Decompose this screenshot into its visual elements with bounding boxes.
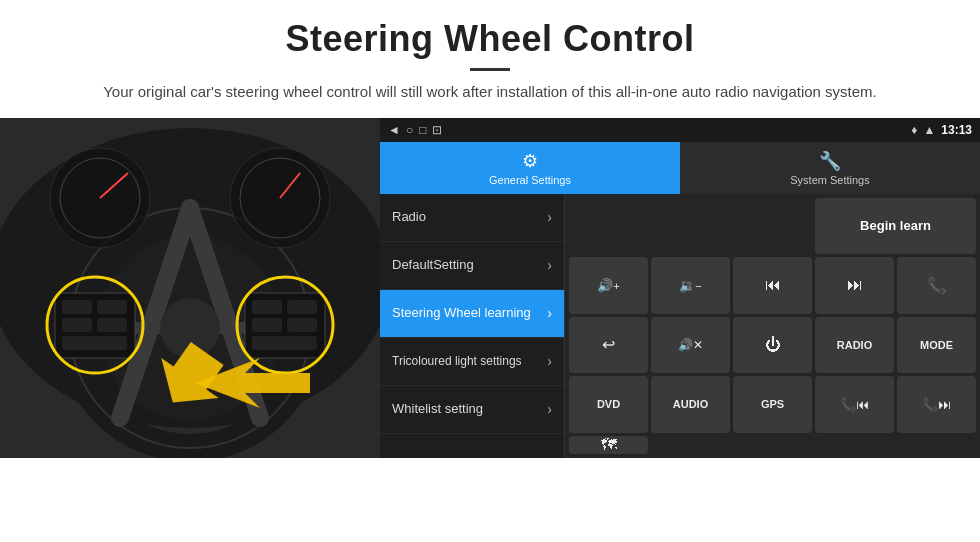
- mode-label: MODE: [920, 339, 953, 351]
- recents-icon[interactable]: □: [419, 123, 426, 137]
- next-track-icon: ⏭: [847, 276, 863, 294]
- button-grid: Begin learn 🔊+ 🔉− ⏮ ⏭ 📞: [565, 194, 980, 458]
- menu-item-tricoloured[interactable]: Tricoloured light settings ›: [380, 338, 564, 386]
- svg-rect-19: [287, 318, 317, 332]
- home-icon[interactable]: ○: [406, 123, 413, 137]
- chevron-icon: ›: [547, 257, 552, 273]
- gps-button[interactable]: GPS: [733, 376, 812, 433]
- hang-up-icon: ↩: [602, 335, 615, 354]
- page-header: Steering Wheel Control Your original car…: [0, 0, 980, 118]
- power-icon: ⏻: [765, 336, 781, 354]
- menu-item-radio-label: Radio: [392, 209, 426, 225]
- svg-rect-18: [252, 318, 282, 332]
- tab-system-label: System Settings: [790, 174, 869, 186]
- empty-g4: [815, 436, 894, 454]
- svg-rect-16: [252, 300, 282, 314]
- dvd-label: DVD: [597, 398, 620, 410]
- menu-list: Radio › DefaultSetting › Steering Wheel …: [380, 194, 565, 458]
- menu-item-steering-wheel[interactable]: Steering Wheel learning ›: [380, 290, 564, 338]
- android-panel: ◄ ○ □ ⊡ ♦ ▲ 13:13 ⚙ General Settings 🔧 S…: [380, 118, 980, 458]
- menu-item-steering-label: Steering Wheel learning: [392, 305, 531, 321]
- menu-item-default-setting[interactable]: DefaultSetting ›: [380, 242, 564, 290]
- menu-item-tricoloured-label: Tricoloured light settings: [392, 354, 522, 368]
- radio-label: RADIO: [837, 339, 872, 351]
- vol-up-icon: 🔊+: [597, 278, 619, 293]
- empty-g2: [651, 436, 730, 454]
- chevron-icon: ›: [547, 305, 552, 321]
- empty-slot-1: [569, 198, 648, 255]
- phone-answer-button[interactable]: 📞: [897, 257, 976, 314]
- svg-rect-10: [62, 300, 92, 314]
- audio-button[interactable]: AUDIO: [651, 376, 730, 433]
- svg-rect-17: [287, 300, 317, 314]
- system-settings-icon: 🔧: [819, 150, 841, 172]
- menu-item-radio[interactable]: Radio ›: [380, 194, 564, 242]
- mode-button[interactable]: MODE: [897, 317, 976, 374]
- chevron-icon: ›: [547, 353, 552, 369]
- empty-slot-3: [733, 198, 812, 255]
- tel-prev-button[interactable]: 📞⏮: [815, 376, 894, 433]
- map-button[interactable]: 🗺: [569, 436, 648, 454]
- back-icon[interactable]: ◄: [388, 123, 400, 137]
- mute-button[interactable]: 🔊✕: [651, 317, 730, 374]
- chevron-icon: ›: [547, 401, 552, 417]
- chevron-icon: ›: [547, 209, 552, 225]
- power-button[interactable]: ⏻: [733, 317, 812, 374]
- wifi-icon: ▲: [923, 123, 935, 137]
- svg-rect-11: [97, 300, 127, 314]
- main-content: ◄ ○ □ ⊡ ♦ ▲ 13:13 ⚙ General Settings 🔧 S…: [0, 118, 980, 458]
- empty-g3: [733, 436, 812, 454]
- svg-rect-12: [62, 318, 92, 332]
- nav-icons: ◄ ○ □ ⊡: [388, 123, 442, 137]
- hang-up-button[interactable]: ↩: [569, 317, 648, 374]
- title-divider: [470, 68, 510, 71]
- page-title: Steering Wheel Control: [40, 18, 940, 60]
- status-time: 13:13: [941, 123, 972, 137]
- empty-slot-2: [651, 198, 730, 255]
- location-icon: ♦: [911, 123, 917, 137]
- page-subtitle: Your original car's steering wheel contr…: [40, 81, 940, 104]
- radio-button[interactable]: RADIO: [815, 317, 894, 374]
- tel-next-icon: 📞⏭: [922, 397, 951, 412]
- map-icon: 🗺: [601, 436, 617, 454]
- tab-bar: ⚙ General Settings 🔧 System Settings: [380, 142, 980, 194]
- general-settings-icon: ⚙: [522, 150, 538, 172]
- prev-track-button[interactable]: ⏮: [733, 257, 812, 314]
- audio-label: AUDIO: [673, 398, 708, 410]
- status-bar: ◄ ○ □ ⊡ ♦ ▲ 13:13: [380, 118, 980, 142]
- content-area: Radio › DefaultSetting › Steering Wheel …: [380, 194, 980, 458]
- menu-item-whitelist[interactable]: Whitelist setting ›: [380, 386, 564, 434]
- next-track-button[interactable]: ⏭: [815, 257, 894, 314]
- empty-g5: [897, 436, 976, 454]
- mute-icon: 🔊✕: [678, 338, 703, 352]
- tel-prev-icon: 📞⏮: [840, 397, 869, 412]
- dvd-button[interactable]: DVD: [569, 376, 648, 433]
- tab-general-settings[interactable]: ⚙ General Settings: [380, 142, 680, 194]
- prev-track-icon: ⏮: [765, 276, 781, 294]
- vol-down-button[interactable]: 🔉−: [651, 257, 730, 314]
- svg-rect-13: [97, 318, 127, 332]
- vol-up-button[interactable]: 🔊+: [569, 257, 648, 314]
- vol-down-icon: 🔉−: [679, 278, 701, 293]
- tel-next-button[interactable]: 📞⏭: [897, 376, 976, 433]
- begin-learn-button[interactable]: Begin learn: [815, 198, 976, 255]
- phone-icon: 📞: [927, 276, 947, 295]
- car-image-area: [0, 118, 380, 458]
- svg-rect-20: [252, 336, 317, 350]
- tab-system-settings[interactable]: 🔧 System Settings: [680, 142, 980, 194]
- menu-item-whitelist-label: Whitelist setting: [392, 401, 483, 417]
- menu-item-default-label: DefaultSetting: [392, 257, 474, 273]
- gps-label: GPS: [761, 398, 784, 410]
- menu-icon[interactable]: ⊡: [432, 123, 442, 137]
- svg-rect-14: [62, 336, 127, 350]
- tab-general-label: General Settings: [489, 174, 571, 186]
